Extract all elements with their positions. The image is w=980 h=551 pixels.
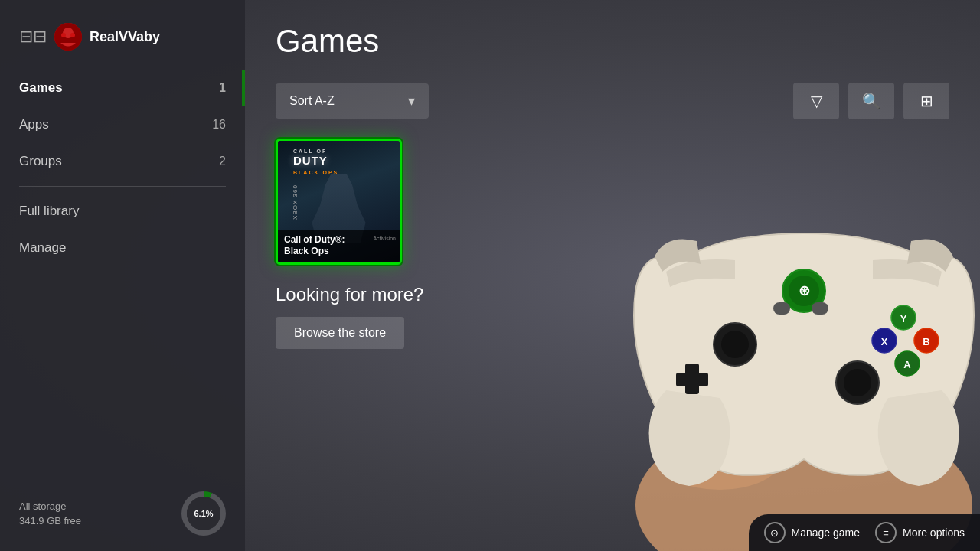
storage-percent: 6.1%: [194, 509, 213, 518]
game-logo: CALL OF DUTY BLACK OPS: [293, 148, 396, 175]
browse-store-button[interactable]: Browse the store: [276, 317, 404, 349]
library-icon: ⊟⊟: [19, 27, 47, 47]
more-options-icon: ≡: [875, 522, 897, 543]
bottom-bar-manage-game[interactable]: ⊙ Manage game: [764, 522, 861, 543]
chevron-down-icon: ▾: [408, 93, 415, 109]
main-content: Games Sort A-Z ▾ ▽ 🔍 ⊞ XBOX 360: [245, 0, 980, 551]
manage-icon: ⊞: [920, 92, 933, 110]
sidebar-item-groups[interactable]: Groups 2: [0, 143, 245, 180]
nav-items: Games 1 Apps 16 Groups 2 Full library Ma…: [0, 70, 245, 536]
nav-label-manage: Manage: [19, 240, 66, 256]
nav-count-apps: 16: [212, 118, 226, 132]
more-options-label: More options: [903, 527, 965, 539]
manage-game-icon: ⊙: [764, 522, 786, 543]
page-title: Games: [276, 23, 949, 60]
svg-point-25: [70, 33, 75, 37]
game-name-line1: Call of Duty®:: [284, 234, 345, 245]
nav-count-groups: 2: [219, 155, 226, 168]
svg-point-24: [61, 33, 66, 37]
bottom-bar: ⊙ Manage game ≡ More options: [749, 514, 980, 551]
nav-count-games: 1: [219, 81, 226, 95]
nav-label-apps: Apps: [19, 117, 49, 132]
storage-ring: 6.1%: [181, 491, 226, 536]
game-tile-inner: XBOX 360 CALL OF DUTY BLACK OPS Activisi…: [278, 141, 400, 262]
sort-dropdown[interactable]: Sort A-Z ▾: [276, 83, 429, 119]
sidebar-header: ⊟⊟ RealVVaby: [0, 15, 245, 70]
sidebar: ⊟⊟ RealVVaby Games 1 Apps 16 Groups 2: [0, 0, 245, 551]
sidebar-item-manage[interactable]: Manage: [0, 230, 245, 266]
search-button[interactable]: 🔍: [848, 83, 894, 119]
looking-more-title: Looking for more?: [276, 284, 949, 305]
game-name-label: Call of Duty®: Black Ops: [278, 230, 400, 262]
sidebar-item-games[interactable]: Games 1: [0, 70, 245, 106]
manage-game-label: Manage game: [792, 527, 861, 539]
game-name-line2: Black Ops: [284, 246, 329, 256]
sidebar-item-apps[interactable]: Apps 16: [0, 106, 245, 143]
storage-label: All storage: [19, 499, 81, 514]
username: RealVVaby: [90, 29, 160, 45]
nav-divider: [19, 186, 226, 187]
filter-icon: ▽: [811, 92, 822, 110]
avatar: [54, 23, 82, 51]
filter-button[interactable]: ▽: [793, 83, 839, 119]
nav-label-games: Games: [19, 80, 63, 96]
game-tile-cod-black-ops[interactable]: XBOX 360 CALL OF DUTY BLACK OPS Activisi…: [276, 139, 402, 265]
games-grid: XBOX 360 CALL OF DUTY BLACK OPS Activisi…: [276, 139, 949, 265]
bottom-bar-more-options[interactable]: ≡ More options: [875, 522, 965, 543]
looking-for-more-section: Looking for more? Browse the store: [276, 284, 949, 349]
storage-section: All storage 341.9 GB free 6.1%: [0, 491, 245, 536]
manage-button[interactable]: ⊞: [903, 83, 949, 119]
publisher-label: Activision: [373, 236, 396, 241]
search-icon: 🔍: [862, 92, 881, 110]
sort-label: Sort A-Z: [289, 94, 335, 108]
storage-free: 341.9 GB free: [19, 514, 81, 529]
sidebar-item-full-library[interactable]: Full library: [0, 193, 245, 230]
nav-label-full-library: Full library: [19, 204, 79, 219]
toolbar: Sort A-Z ▾ ▽ 🔍 ⊞: [276, 83, 949, 119]
nav-label-groups: Groups: [19, 154, 62, 169]
platform-label: XBOX 360: [292, 184, 299, 220]
